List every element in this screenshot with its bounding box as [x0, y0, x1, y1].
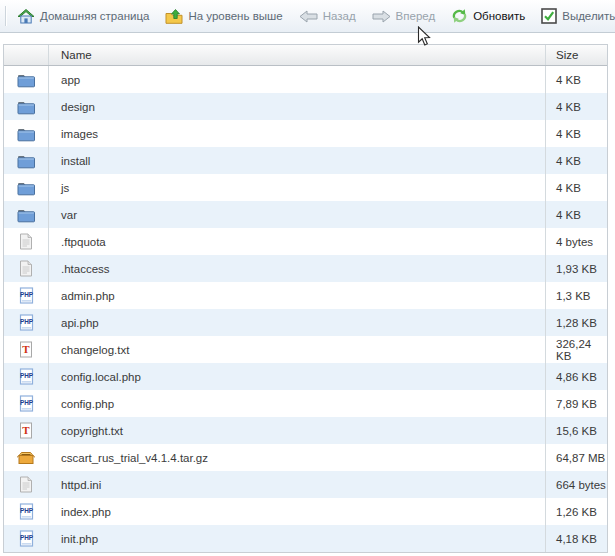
- table-row[interactable]: images 4 KB: [4, 120, 607, 147]
- svg-text:PHP: PHP: [19, 372, 33, 379]
- table-row[interactable]: cscart_rus_trial_v4.1.4.tar.gz 64,87 MB: [4, 444, 607, 471]
- table-row[interactable]: PHP config.php 7,89 KB: [4, 390, 607, 417]
- txt-icon: T: [4, 417, 49, 444]
- php-icon: PHP: [4, 363, 49, 390]
- table-row[interactable]: var 4 KB: [4, 201, 607, 228]
- svg-text:T: T: [22, 424, 30, 436]
- file-name: .ftpquota: [49, 228, 545, 255]
- php-icon: PHP: [4, 390, 49, 417]
- folder-icon: [4, 174, 49, 201]
- file-name: index.php: [49, 498, 545, 525]
- file-name: install: [49, 147, 545, 174]
- table-row[interactable]: PHP admin.php 1,3 KB: [4, 282, 607, 309]
- file-manager-window: Домашняя страница На уровень выше Назад …: [0, 0, 615, 556]
- file-size: 4,18 KB: [545, 525, 607, 552]
- file-size: 15,6 KB: [545, 417, 607, 444]
- folder-icon: [4, 120, 49, 147]
- file-size: 4 KB: [545, 201, 607, 228]
- folder-icon: [4, 93, 49, 120]
- toolbar-button-home[interactable]: Домашняя страница: [10, 8, 158, 24]
- file-size: 1,26 KB: [545, 498, 607, 525]
- doc-icon: [4, 255, 49, 282]
- table-row[interactable]: design 4 KB: [4, 93, 607, 120]
- file-size: 4 KB: [545, 66, 607, 93]
- file-size: 4 KB: [545, 120, 607, 147]
- toolbar-separator: [5, 6, 7, 26]
- file-name: design: [49, 93, 545, 120]
- file-size: 4,86 KB: [545, 363, 607, 390]
- folder-icon: [4, 66, 49, 93]
- column-header-size[interactable]: Size: [545, 45, 607, 65]
- file-size: 664 bytes: [545, 471, 607, 498]
- toolbar-button-select-all[interactable]: Выделить все: [534, 8, 615, 24]
- file-size: 64,87 MB: [545, 444, 607, 471]
- svg-text:PHP: PHP: [19, 534, 33, 541]
- svg-text:PHP: PHP: [19, 291, 33, 298]
- table-row[interactable]: T changelog.txt 326,24 KB: [4, 336, 607, 363]
- refresh-icon: [451, 8, 468, 24]
- table-row[interactable]: PHP api.php 1,28 KB: [4, 309, 607, 336]
- txt-icon: T: [4, 336, 49, 363]
- file-name: admin.php: [49, 282, 545, 309]
- table-row[interactable]: PHP config.local.php 4,86 KB: [4, 363, 607, 390]
- file-size: 4 KB: [545, 93, 607, 120]
- toolbar-button-label: На уровень выше: [188, 10, 282, 22]
- arrow-left-icon: [299, 10, 318, 23]
- toolbar-button-refresh[interactable]: Обновить: [444, 8, 534, 24]
- file-name: init.php: [49, 525, 545, 552]
- svg-text:T: T: [22, 343, 30, 355]
- file-size: 7,89 KB: [545, 390, 607, 417]
- file-name: copyright.txt: [49, 417, 545, 444]
- file-name: api.php: [49, 309, 545, 336]
- file-size: 4 bytes: [545, 228, 607, 255]
- home-icon: [17, 8, 35, 24]
- table-row[interactable]: .htaccess 1,93 KB: [4, 255, 607, 282]
- folder-icon: [4, 147, 49, 174]
- php-icon: PHP: [4, 309, 49, 336]
- table-row[interactable]: app 4 KB: [4, 66, 607, 93]
- svg-text:PHP: PHP: [19, 399, 33, 406]
- file-size: 4 KB: [545, 174, 607, 201]
- svg-text:PHP: PHP: [19, 507, 33, 514]
- doc-icon: [4, 228, 49, 255]
- table-row[interactable]: httpd.ini 664 bytes: [4, 471, 607, 498]
- file-table: Name Size app 4 KB design 4 KB images 4 …: [3, 44, 608, 553]
- php-icon: PHP: [4, 498, 49, 525]
- file-size: 1,93 KB: [545, 255, 607, 282]
- toolbar: Домашняя страница На уровень выше Назад …: [0, 0, 615, 33]
- column-header-icon: [4, 45, 49, 65]
- folder-icon: [4, 201, 49, 228]
- file-name: config.local.php: [49, 363, 545, 390]
- toolbar-button-label: Назад: [323, 10, 356, 22]
- file-size: 326,24 KB: [545, 336, 607, 363]
- column-header-name[interactable]: Name: [49, 45, 545, 65]
- php-icon: PHP: [4, 525, 49, 552]
- toolbar-button-label: Выделить все: [562, 10, 615, 22]
- folder-up-icon: [165, 8, 183, 24]
- checkbox-checked-icon: [541, 8, 557, 24]
- php-icon: PHP: [4, 282, 49, 309]
- table-row[interactable]: PHP index.php 1,26 KB: [4, 498, 607, 525]
- file-size: 1,3 KB: [545, 282, 607, 309]
- file-name: var: [49, 201, 545, 228]
- file-name: app: [49, 66, 545, 93]
- toolbar-button-label: Обновить: [473, 10, 525, 22]
- file-name: cscart_rus_trial_v4.1.4.tar.gz: [49, 444, 545, 471]
- table-row[interactable]: T copyright.txt 15,6 KB: [4, 417, 607, 444]
- table-row[interactable]: js 4 KB: [4, 174, 607, 201]
- table-row[interactable]: install 4 KB: [4, 147, 607, 174]
- toolbar-button-forward[interactable]: Вперед: [365, 10, 445, 23]
- file-name: images: [49, 120, 545, 147]
- svg-text:PHP: PHP: [19, 318, 33, 325]
- arrow-right-icon: [372, 10, 391, 23]
- file-name: js: [49, 174, 545, 201]
- archive-icon: [4, 444, 49, 471]
- table-row[interactable]: .ftpquota 4 bytes: [4, 228, 607, 255]
- file-name: httpd.ini: [49, 471, 545, 498]
- file-name: config.php: [49, 390, 545, 417]
- table-row[interactable]: PHP init.php 4,18 KB: [4, 525, 607, 552]
- file-size: 1,28 KB: [545, 309, 607, 336]
- doc-icon: [4, 471, 49, 498]
- toolbar-button-back[interactable]: Назад: [292, 10, 365, 23]
- toolbar-button-up-level[interactable]: На уровень выше: [158, 8, 291, 24]
